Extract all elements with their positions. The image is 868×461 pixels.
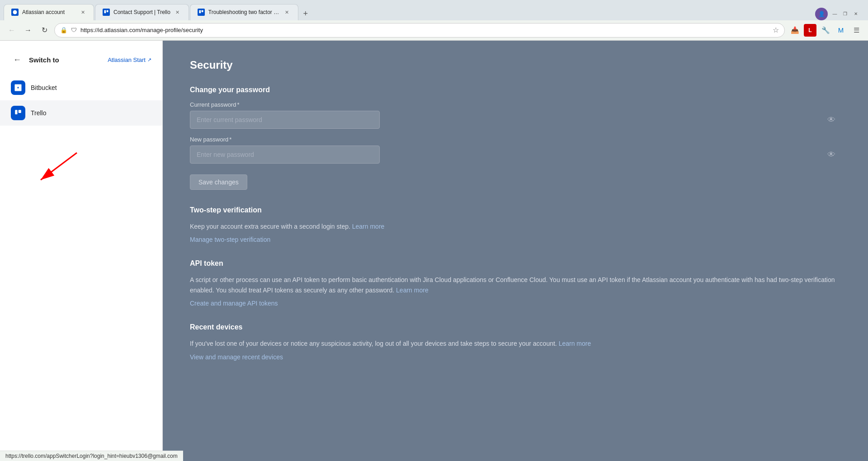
tab-close-contact-support[interactable]: ✕ [174,9,181,16]
tab-favicon-trello1 [103,9,110,16]
change-password-section: Change your password Current password * … [190,86,841,190]
required-star-current: * [237,101,240,108]
svg-rect-5 [15,110,17,114]
minimize-button[interactable]: — [831,10,838,17]
sidebar-back-button[interactable]: ← [11,53,24,66]
trello-label: Trello [31,109,47,117]
svg-point-0 [13,10,17,14]
two-step-section: Two-step verification Keep your account … [190,206,841,243]
new-password-wrap: 👁 [190,146,841,164]
status-bar: https://trello.com/appSwitcherLogin?logi… [0,451,183,461]
current-password-label: Current password * [190,101,841,108]
tab-title-troubleshooting: Troubleshooting two factor aut… [208,9,280,15]
change-password-title: Change your password [190,86,841,94]
forward-button[interactable]: → [22,24,34,37]
manage-two-step-link[interactable]: Manage two-step verification [190,236,841,243]
status-url: https://trello.com/appSwitcherLogin?logi… [5,453,178,459]
tab-favicon-atlassian [11,9,19,16]
two-step-title: Two-step verification [190,206,841,214]
new-password-group: New password * 👁 [190,136,841,164]
bitbucket-label: Bitbucket [31,84,57,91]
back-button[interactable]: ← [5,24,18,37]
new-tab-button[interactable]: + [299,8,312,20]
refresh-button[interactable]: ↻ [38,24,51,37]
atlassian-start-link[interactable]: Atlassian Start ↗ [108,56,151,63]
main-content: Security Change your password Current pa… [163,41,868,461]
page-title: Security [190,59,841,71]
toggle-new-password-icon[interactable]: 👁 [827,150,835,160]
tab-atlassian-account[interactable]: Atlassian account ✕ [4,4,94,20]
api-token-learn-more-link[interactable]: Learn more [396,287,429,294]
maximize-button[interactable]: ❐ [842,10,849,17]
recent-devices-learn-more-link[interactable]: Learn more [559,340,591,347]
star-icon[interactable]: ☆ [773,26,779,34]
current-password-input[interactable] [190,111,380,129]
address-bar[interactable]: 🔒 🛡 https://id.atlassian.com/manage-prof… [54,23,785,38]
required-star-new: * [229,136,231,143]
security-icon: 🔒 [60,27,67,33]
lastpass-icon[interactable]: L [804,24,816,37]
svg-line-7 [41,153,77,180]
sidebar-title: Switch to [29,56,102,64]
api-token-section: API token A script or other process can … [190,259,841,307]
tab-close-troubleshooting[interactable]: ✕ [283,9,291,16]
tab-close-atlassian[interactable]: ✕ [79,9,86,16]
main-layout: ← Switch to Atlassian Start ↗ Bitbucket [0,41,868,461]
shield-icon: 🛡 [71,27,77,33]
trello-icon [11,106,25,120]
toggle-current-password-icon[interactable]: 👁 [827,115,835,125]
pocket-icon[interactable]: 📥 [788,24,801,37]
extension-icon[interactable]: 🔧 [819,24,832,37]
sidebar-header: ← Switch to Atlassian Start ↗ [0,50,162,75]
tab-troubleshooting[interactable]: Troubleshooting two factor aut… ✕ [190,4,298,20]
current-password-group: Current password * 👁 [190,101,841,129]
tab-title-atlassian: Atlassian account [22,9,75,15]
window-controls: 👤 — ❐ ✕ [815,8,864,20]
tab-favicon-trello2 [198,9,205,16]
svg-rect-3 [199,10,201,14]
svg-rect-1 [104,10,106,14]
two-step-description: Keep your account extra secure with a se… [190,221,841,231]
address-url: https://id.atlassian.com/manage-profile/… [80,27,769,33]
microsoft-icon[interactable]: M [835,24,847,37]
close-button[interactable]: ✕ [852,10,859,17]
nav-actions: 📥 L 🔧 M ☰ [788,24,863,37]
sidebar-panel: ← Switch to Atlassian Start ↗ Bitbucket [0,41,163,461]
annotation-arrow [27,148,86,195]
sidebar-item-bitbucket[interactable]: Bitbucket [0,75,162,100]
two-step-learn-more-link[interactable]: Learn more [352,223,385,230]
tab-title-contact-support: Contact Support | Trello [113,9,170,15]
nav-bar: ← → ↻ 🔒 🛡 https://id.atlassian.com/manag… [0,20,868,41]
atlassian-start-label: Atlassian Start [108,56,146,63]
external-link-icon: ↗ [147,57,151,63]
view-recent-devices-link[interactable]: View and manage recent devices [190,353,841,361]
api-token-description: A script or other process can use an API… [190,275,841,295]
save-changes-button[interactable]: Save changes [190,174,247,190]
recent-devices-description: If you've lost one of your devices or no… [190,339,841,348]
svg-rect-6 [19,110,21,113]
tab-contact-support[interactable]: Contact Support | Trello ✕ [95,4,189,20]
menu-icon[interactable]: ☰ [850,24,863,37]
svg-rect-2 [107,10,108,13]
create-api-tokens-link[interactable]: Create and manage API tokens [190,300,841,307]
current-password-wrap: 👁 [190,111,841,129]
browser-chrome: Atlassian account ✕ Contact Support | Tr… [0,0,868,41]
recent-devices-title: Recent devices [190,323,841,331]
new-password-label: New password * [190,136,841,143]
recent-devices-section: Recent devices If you've lost one of you… [190,323,841,360]
profile-avatar[interactable]: 👤 [815,8,828,20]
tab-bar: Atlassian account ✕ Contact Support | Tr… [0,0,868,20]
new-password-input[interactable] [190,146,380,164]
api-token-title: API token [190,259,841,268]
svg-rect-4 [202,10,203,13]
bitbucket-icon [11,80,25,95]
sidebar-item-trello[interactable]: Trello [0,100,162,126]
